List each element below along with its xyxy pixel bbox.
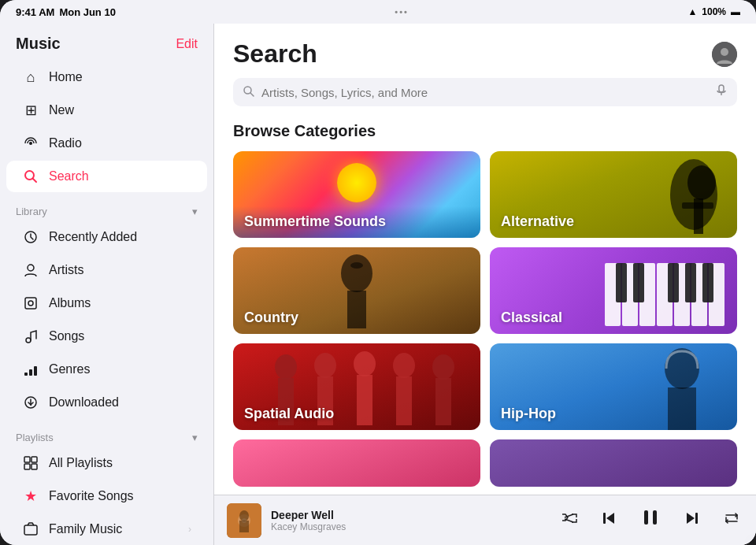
category-card-classical[interactable]: Classical bbox=[490, 247, 737, 334]
sidebar-item-family-music[interactable]: Family Music › bbox=[6, 513, 207, 545]
svg-rect-60 bbox=[239, 521, 249, 532]
sidebar-item-new[interactable]: ⊞ New bbox=[6, 95, 207, 126]
status-bar: 9:41 AM Mon Jun 10 ••• ▲ 100% ▬ bbox=[0, 0, 756, 24]
library-chevron-icon: ▾ bbox=[192, 206, 198, 217]
category-card-summertime[interactable]: Summertime Sounds bbox=[233, 151, 480, 238]
new-icon: ⊞ bbox=[22, 102, 39, 119]
avatar[interactable] bbox=[712, 42, 737, 67]
library-section-label: Library bbox=[16, 206, 47, 217]
downloaded-icon bbox=[22, 394, 39, 411]
sidebar-label-artists: Artists bbox=[49, 263, 83, 277]
category-card-alternative[interactable]: Alternative bbox=[490, 151, 737, 238]
previous-button[interactable] bbox=[597, 506, 621, 534]
category-card-hiphop[interactable]: Hip-Hop bbox=[490, 343, 737, 430]
svg-point-6 bbox=[28, 301, 33, 306]
svg-rect-43 bbox=[702, 263, 713, 302]
sidebar-item-downloaded[interactable]: Downloaded bbox=[6, 387, 207, 418]
status-left: 9:41 AM Mon Jun 10 bbox=[16, 6, 116, 18]
category-card-row3-left[interactable] bbox=[233, 439, 480, 487]
songs-icon bbox=[22, 328, 39, 345]
playlists-section[interactable]: Playlists ▾ bbox=[0, 425, 213, 447]
summertime-label: Summertime Sounds bbox=[233, 206, 397, 238]
artists-icon bbox=[22, 261, 39, 279]
svg-rect-55 bbox=[668, 387, 696, 430]
browse-title: Browse Categories bbox=[233, 122, 737, 140]
sidebar-label-downloaded: Downloaded bbox=[49, 395, 119, 410]
family-music-chevron-icon: › bbox=[188, 524, 191, 535]
svg-rect-39 bbox=[616, 263, 627, 302]
sidebar-item-home[interactable]: ⌂ Home bbox=[6, 61, 207, 93]
svg-rect-30 bbox=[347, 291, 366, 328]
svg-point-48 bbox=[354, 351, 376, 376]
sidebar-item-radio[interactable]: Radio bbox=[6, 128, 207, 159]
svg-rect-41 bbox=[668, 263, 679, 302]
library-section[interactable]: Library ▾ bbox=[0, 199, 213, 221]
svg-point-44 bbox=[275, 354, 297, 380]
playlists-chevron-icon: ▾ bbox=[192, 432, 198, 443]
playback-controls bbox=[558, 503, 743, 537]
sidebar-item-songs[interactable]: Songs bbox=[6, 321, 207, 352]
family-music-icon bbox=[22, 521, 39, 538]
next-button[interactable] bbox=[680, 506, 704, 534]
microphone-icon[interactable] bbox=[715, 84, 728, 100]
search-input[interactable] bbox=[261, 86, 709, 99]
sidebar-item-recently-added[interactable]: Recently Added bbox=[6, 221, 207, 253]
hiphop-label: Hip-Hop bbox=[490, 398, 567, 430]
sidebar-item-all-playlists[interactable]: All Playlists bbox=[6, 447, 207, 479]
svg-rect-64 bbox=[653, 510, 657, 525]
sidebar-label-home: Home bbox=[49, 70, 83, 84]
all-playlists-icon bbox=[22, 454, 39, 472]
sidebar-item-albums[interactable]: Albums bbox=[6, 287, 207, 319]
sidebar-label-search: Search bbox=[49, 169, 89, 184]
battery-text: 100% bbox=[702, 6, 726, 17]
svg-point-50 bbox=[393, 353, 415, 378]
status-right: ▲ 100% ▬ bbox=[687, 6, 740, 17]
page-title: Search bbox=[233, 39, 317, 69]
svg-point-29 bbox=[341, 254, 372, 292]
content-area: Search bbox=[214, 24, 756, 545]
category-card-row3-right[interactable] bbox=[490, 439, 737, 487]
category-card-spatial-audio[interactable]: Spatial Audio bbox=[233, 343, 480, 430]
svg-point-21 bbox=[721, 48, 728, 56]
svg-line-23 bbox=[250, 93, 254, 96]
svg-point-46 bbox=[314, 353, 336, 378]
row3-right-bg bbox=[490, 439, 737, 487]
device-frame: 9:41 AM Mon Jun 10 ••• ▲ 100% ▬ Music Ed… bbox=[0, 0, 756, 545]
wifi-icon: ▲ bbox=[687, 6, 697, 17]
shuffle-button[interactable] bbox=[558, 506, 581, 534]
sidebar-item-genres[interactable]: Genres bbox=[6, 354, 207, 385]
svg-rect-16 bbox=[24, 525, 37, 535]
content-header: Search bbox=[233, 39, 737, 69]
home-icon: ⌂ bbox=[22, 69, 39, 86]
svg-rect-28 bbox=[682, 202, 713, 209]
status-date: Mon Jun 10 bbox=[59, 6, 116, 18]
edit-button[interactable]: Edit bbox=[176, 37, 198, 51]
sidebar-item-favorite-songs[interactable]: ★ Favorite Songs bbox=[6, 480, 207, 512]
svg-rect-14 bbox=[24, 464, 30, 469]
sidebar-label-songs: Songs bbox=[49, 329, 84, 343]
svg-rect-5 bbox=[25, 298, 36, 309]
play-pause-button[interactable] bbox=[636, 503, 665, 537]
svg-rect-40 bbox=[633, 263, 644, 302]
sidebar: Music Edit ⌂ Home ⊞ New bbox=[0, 24, 214, 545]
now-playing-info: Deeper Well Kacey Musgraves bbox=[271, 509, 548, 532]
repeat-button[interactable] bbox=[720, 506, 743, 534]
svg-rect-49 bbox=[357, 375, 372, 425]
categories-grid: Summertime Sounds Alternative bbox=[233, 151, 737, 487]
radio-icon bbox=[22, 135, 39, 152]
sidebar-label-new: New bbox=[49, 103, 74, 117]
search-icon bbox=[22, 168, 39, 185]
svg-marker-61 bbox=[606, 513, 614, 524]
sidebar-item-artists[interactable]: Artists bbox=[6, 254, 207, 286]
search-bar[interactable] bbox=[233, 78, 737, 106]
sidebar-item-search[interactable]: Search bbox=[6, 161, 207, 192]
svg-point-59 bbox=[239, 510, 249, 521]
svg-rect-66 bbox=[695, 513, 698, 524]
svg-rect-51 bbox=[396, 376, 412, 425]
classical-label: Classical bbox=[490, 302, 573, 334]
svg-rect-9 bbox=[29, 369, 32, 376]
category-card-country[interactable]: Country bbox=[233, 247, 480, 334]
svg-rect-12 bbox=[24, 457, 30, 462]
svg-rect-63 bbox=[644, 510, 648, 525]
country-label: Country bbox=[233, 302, 309, 334]
